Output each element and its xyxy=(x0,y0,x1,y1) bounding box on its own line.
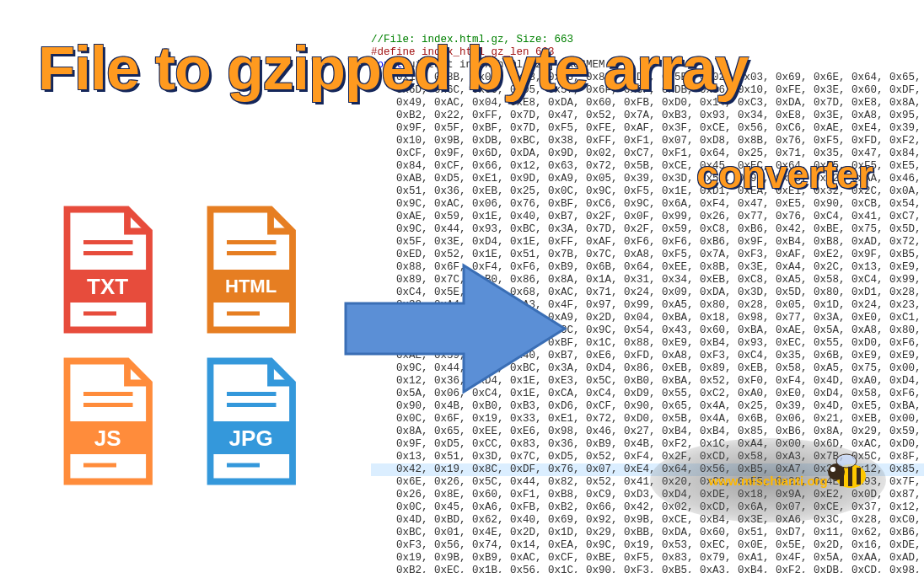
svg-text:JS: JS xyxy=(94,426,121,451)
file-icon-js: JS xyxy=(51,354,160,489)
file-icons-group: TXT HTML JS xyxy=(51,202,320,489)
svg-text:TXT: TXT xyxy=(87,274,128,299)
svg-point-26 xyxy=(836,454,857,468)
bee-icon xyxy=(821,451,872,493)
svg-text:HTML: HTML xyxy=(225,276,277,297)
main-title: File to gzipped byte array xyxy=(38,34,748,103)
svg-point-25 xyxy=(830,467,835,472)
svg-text:JPG: JPG xyxy=(229,426,273,451)
arrow-icon xyxy=(337,253,573,404)
file-icon-jpg: JPG xyxy=(194,354,304,489)
watermark-text: www.mischianti.org xyxy=(708,474,827,488)
file-icon-txt: TXT xyxy=(51,202,160,337)
file-icon-html: HTML xyxy=(194,202,304,337)
subtitle: converter xyxy=(696,152,873,197)
svg-rect-23 xyxy=(857,468,861,485)
svg-rect-22 xyxy=(848,466,852,486)
